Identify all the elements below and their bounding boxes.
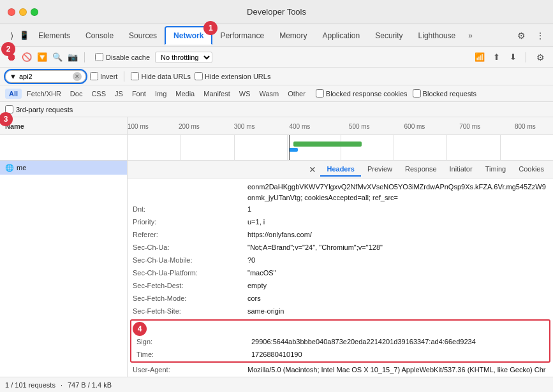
detail-tabs: ✕ Headers Preview Response Initiator Tim… bbox=[128, 161, 553, 178]
maximize-button[interactable] bbox=[31, 8, 38, 16]
tab-application[interactable]: Application bbox=[314, 27, 367, 44]
screenshot-btn[interactable]: 📷 bbox=[66, 51, 79, 64]
tab-memory[interactable]: Memory bbox=[272, 27, 314, 44]
type-all[interactable]: All bbox=[5, 89, 22, 99]
header-row-referer: Referer: https://onlyfans.com/ bbox=[128, 229, 553, 242]
throttle-select[interactable]: No throttling bbox=[155, 52, 212, 63]
disable-cache-label: Disable cache bbox=[106, 54, 150, 61]
type-js[interactable]: JS bbox=[111, 89, 127, 99]
type-fetch-xhr[interactable]: Fetch/XHR bbox=[23, 89, 65, 99]
invert-checkbox[interactable]: Invert bbox=[90, 72, 118, 80]
close-detail-btn[interactable]: ✕ bbox=[305, 164, 320, 175]
third-party-checkbox[interactable]: 3rd-party requests bbox=[5, 105, 73, 113]
tab-console[interactable]: Console bbox=[78, 27, 121, 44]
tab-initiator[interactable]: Initiator bbox=[443, 163, 479, 177]
type-doc[interactable]: Doc bbox=[66, 89, 87, 99]
tab-elements[interactable]: Elements bbox=[31, 27, 78, 44]
header-value-sec-ch-ua-platform: "macOS" bbox=[247, 268, 548, 279]
clear-btn[interactable]: 🚫 bbox=[20, 51, 33, 64]
search-clear-btn[interactable]: ✕ bbox=[73, 72, 82, 81]
blocked-response-cookies-checkbox[interactable]: Blocked response cookies bbox=[316, 89, 408, 98]
type-ws[interactable]: WS bbox=[235, 89, 254, 99]
tab-lighthouse[interactable]: Lighthouse bbox=[411, 27, 464, 44]
header-value-referer: https://onlyfans.com/ bbox=[247, 229, 548, 240]
annotation-4: 4 bbox=[133, 322, 147, 336]
hide-data-urls-input[interactable] bbox=[131, 72, 139, 80]
header-row-sec-fetch-mode: Sec-Fetch-Mode: cors bbox=[128, 293, 553, 305]
request-row-me[interactable]: 🌐 me bbox=[0, 161, 127, 175]
tab-response[interactable]: Response bbox=[399, 163, 443, 177]
download-icon[interactable]: ⬇ bbox=[506, 51, 519, 64]
header-name-sign: Sign: bbox=[136, 337, 251, 347]
tab-network[interactable]: 1 Network bbox=[165, 26, 212, 45]
header-value-priority: u=1, i bbox=[247, 217, 548, 228]
header-row-user-agent: User-Agent: Mozilla/5.0 (Macintosh; Inte… bbox=[128, 364, 553, 377]
header-value-time: 1726880410190 bbox=[251, 349, 544, 360]
type-wasm[interactable]: Wasm bbox=[256, 89, 283, 99]
tab-more[interactable]: » bbox=[463, 27, 478, 44]
timeline-header: 3 Name 100 ms 200 ms 300 ms 400 ms 500 m… bbox=[0, 117, 553, 135]
close-button[interactable] bbox=[8, 8, 15, 16]
tab-performance[interactable]: Performance bbox=[212, 27, 272, 44]
header-name-sec-ch-ua: Sec-Ch-Ua: bbox=[133, 242, 247, 253]
tab-preview[interactable]: Preview bbox=[361, 163, 399, 177]
disable-cache-input[interactable] bbox=[95, 53, 103, 61]
network-toolbar: 2 ⏺ 🚫 🔽 🔍 📷 Disable cache No throttling … bbox=[0, 47, 553, 68]
header-row-sec-ch-ua: Sec-Ch-Ua: "Not;A=Brand";v="24", "Chromi… bbox=[128, 242, 553, 254]
type-css[interactable]: CSS bbox=[87, 89, 110, 99]
header-name-sec-fetch-dest: Sec-Fetch-Dest: bbox=[133, 280, 247, 291]
tab-sources[interactable]: Sources bbox=[121, 27, 165, 44]
device-icon[interactable]: 📱 bbox=[18, 29, 31, 42]
timeline-label-400: 400 ms bbox=[289, 122, 310, 129]
bar-area bbox=[128, 135, 553, 160]
type-manifest[interactable]: Manifest bbox=[200, 89, 234, 99]
header-name-time: Time: bbox=[136, 349, 251, 360]
hide-data-urls-checkbox[interactable]: Hide data URLs bbox=[131, 72, 191, 80]
tab-timing[interactable]: Timing bbox=[479, 163, 513, 177]
header-value-sec-fetch-dest: empty bbox=[247, 280, 548, 291]
request-icon: 🌐 bbox=[5, 164, 14, 172]
tab-headers[interactable]: Headers bbox=[320, 163, 360, 177]
separator-1 bbox=[84, 52, 85, 62]
type-media[interactable]: Media bbox=[172, 89, 198, 99]
header-row-sign: Sign: 29906:5644ab3bbbe040a873e20eda2214… bbox=[131, 336, 549, 349]
settings-gear[interactable]: ⚙ bbox=[533, 50, 548, 65]
annotation-2: 2 bbox=[1, 42, 15, 56]
header-value-sign: 29906:5644ab3bbbe040a873e20eda2214201d39… bbox=[251, 337, 544, 347]
header-name-sec-ch-ua-mobile: Sec-Ch-Ua-Mobile: bbox=[133, 255, 247, 266]
status-size: 747 B / 1.4 kB bbox=[68, 381, 112, 389]
annotation-1: 1 bbox=[203, 21, 218, 35]
header-name-sec-ch-ua-platform: Sec-Ch-Ua-Platform: bbox=[133, 268, 247, 279]
settings-icon[interactable]: ⚙ bbox=[513, 28, 529, 43]
type-img[interactable]: Img bbox=[151, 89, 170, 99]
blocked-requests-checkbox[interactable]: Blocked requests bbox=[413, 89, 476, 98]
search-input[interactable] bbox=[19, 73, 70, 80]
timeline-label-200: 200 ms bbox=[179, 122, 200, 129]
disable-cache-checkbox[interactable]: Disable cache bbox=[95, 53, 150, 61]
more-options-icon[interactable]: ⋮ bbox=[533, 28, 548, 43]
third-party-bar: 3rd-party requests bbox=[0, 102, 553, 117]
wifi-icon[interactable]: 📶 bbox=[473, 51, 486, 64]
header-value: eonm2DaHKggbVKWV7YlgxvQ2NfMvXVseNO5YO3iM… bbox=[247, 182, 548, 203]
upload-icon[interactable]: ⬆ bbox=[490, 51, 503, 64]
devtools-nav-icon[interactable]: ⟩ bbox=[5, 29, 18, 42]
invert-input[interactable] bbox=[90, 72, 98, 80]
name-col-spacer bbox=[0, 135, 128, 160]
headers-content: eonm2DaHKggbVKWV7YlgxvQ2NfMvXVseNO5YO3iM… bbox=[128, 178, 553, 377]
tab-security[interactable]: Security bbox=[367, 27, 410, 44]
sep-filter bbox=[124, 71, 124, 82]
search-btn[interactable]: 🔍 bbox=[51, 51, 64, 64]
hide-extension-urls-input[interactable] bbox=[195, 72, 203, 80]
type-other[interactable]: Other bbox=[284, 89, 309, 99]
header-name-sec-fetch-mode: Sec-Fetch-Mode: bbox=[133, 293, 247, 304]
header-name-user-agent: User-Agent: bbox=[133, 365, 247, 375]
tab-settings: ⚙ ⋮ bbox=[513, 28, 548, 43]
tab-cookies[interactable]: Cookies bbox=[512, 163, 550, 177]
request-name: me bbox=[17, 164, 26, 171]
header-row-sec-ch-ua-platform: Sec-Ch-Ua-Platform: "macOS" bbox=[128, 267, 553, 280]
filter-toggle[interactable]: 🔽 bbox=[36, 51, 48, 64]
type-font[interactable]: Font bbox=[128, 89, 150, 99]
hide-extension-urls-checkbox[interactable]: Hide extension URLs bbox=[195, 72, 270, 80]
minimize-button[interactable] bbox=[19, 8, 27, 16]
type-filter-bar: All Fetch/XHR Doc CSS JS Font Img Media … bbox=[0, 85, 553, 102]
